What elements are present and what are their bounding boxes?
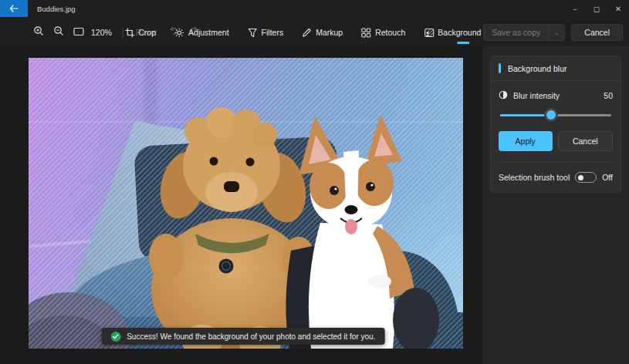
- panel-header: Background blur: [491, 56, 621, 81]
- blur-intensity-label: Blur intensity: [513, 91, 560, 100]
- right-dog-corgi: [286, 114, 439, 349]
- toggle-knob: [578, 175, 583, 180]
- fit-to-window-button[interactable]: [69, 24, 88, 41]
- apply-button[interactable]: Apply: [499, 131, 553, 151]
- card-divider: [497, 162, 614, 163]
- adjustment-icon: [174, 28, 184, 38]
- close-button[interactable]: ✕: [607, 0, 629, 17]
- zoom-in-icon: [33, 25, 44, 39]
- window-controls: – ◻ ✕: [564, 0, 629, 17]
- contrast-icon: [499, 89, 508, 103]
- tab-crop[interactable]: Crop: [118, 24, 162, 42]
- zoom-out-button[interactable]: [49, 24, 68, 41]
- success-toast: Success! We found the background of your…: [101, 328, 384, 345]
- fit-to-window-icon: [73, 25, 84, 39]
- retouch-icon: [361, 28, 371, 38]
- panel-cancel-button[interactable]: Cancel: [558, 131, 614, 151]
- tab-adjustment[interactable]: Adjustment: [168, 24, 235, 42]
- commit-actions: Save as copy ⌄ Cancel: [483, 24, 623, 41]
- maximize-button[interactable]: ◻: [586, 0, 607, 17]
- tool-tabs: Crop Adjustment Filters Markup Retouch B…: [118, 24, 502, 42]
- crop-icon: [124, 28, 134, 38]
- tab-retouch[interactable]: Retouch: [355, 24, 411, 42]
- filters-icon: [248, 28, 258, 38]
- photo-canvas[interactable]: Success! We found the background of your…: [29, 58, 463, 349]
- accent-bar: [499, 63, 501, 73]
- titlebar: Buddies.jpg – ◻ ✕: [0, 0, 629, 17]
- selection-brush-toggle[interactable]: [575, 172, 597, 183]
- panel-title: Background blur: [508, 64, 566, 73]
- toggle-state-label: Off: [602, 173, 613, 182]
- blur-intensity-row: Blur intensity 50: [499, 89, 613, 103]
- blur-intensity-slider[interactable]: [500, 110, 611, 120]
- selection-brush-label: Selection brush tool: [499, 173, 570, 182]
- save-as-copy-button[interactable]: Save as copy ⌄: [483, 24, 565, 41]
- tab-markup[interactable]: Markup: [296, 24, 349, 42]
- cancel-edit-button[interactable]: Cancel: [571, 24, 623, 41]
- editor-toolbar: 120% Reset Crop Adjustment Filters Marku…: [0, 19, 629, 46]
- window-title: Buddies.jpg: [37, 5, 76, 13]
- chevron-down-icon[interactable]: ⌄: [549, 25, 564, 40]
- background-blur-panel: Background blur Blur intensity 50 Apply …: [482, 46, 629, 364]
- toast-message: Success! We found the background of your…: [127, 332, 375, 341]
- blur-intensity-value: 50: [604, 91, 613, 100]
- background-blur-icon: [424, 28, 434, 38]
- zoom-in-button[interactable]: [29, 24, 48, 41]
- selection-brush-row: Selection brush tool Off: [499, 172, 613, 183]
- markup-icon: [302, 28, 312, 38]
- dogs: [29, 58, 463, 349]
- slider-thumb[interactable]: [546, 110, 556, 120]
- active-tab-indicator: [457, 42, 469, 44]
- slider-fill: [500, 114, 551, 116]
- zoom-out-icon: [53, 25, 64, 39]
- back-arrow-icon: [9, 5, 19, 12]
- background-blur-card: Background blur Blur intensity 50 Apply …: [490, 56, 621, 193]
- minimize-button[interactable]: –: [564, 0, 586, 17]
- success-check-icon: [110, 332, 120, 342]
- tab-filters[interactable]: Filters: [242, 24, 290, 42]
- editor-stage: Success! We found the background of your…: [0, 46, 482, 364]
- zoom-level: 120%: [90, 28, 117, 37]
- back-button[interactable]: [0, 0, 28, 17]
